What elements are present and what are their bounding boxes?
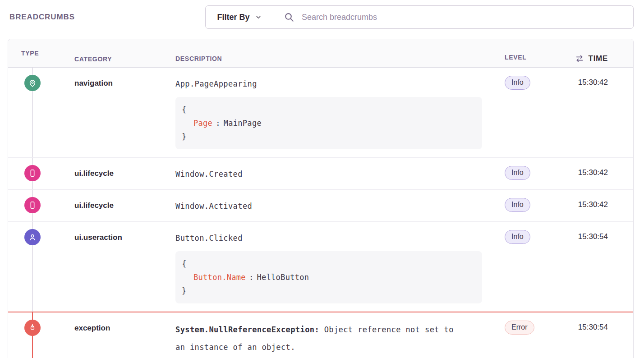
- time-value: 15:30:54: [578, 232, 608, 241]
- page-title: BREADCRUMBS: [9, 13, 75, 22]
- level-badge: Info: [505, 198, 530, 212]
- search-icon: [283, 11, 295, 23]
- description-text: Window.Created: [175, 169, 497, 180]
- table-body: navigation App.PageAppearing { Page:Main…: [8, 68, 633, 358]
- breadcrumb-row[interactable]: ui.lifecycle Window.Created Info 15:30:4…: [8, 157, 633, 189]
- header-level: LEVEL: [497, 46, 574, 61]
- category-label: ui.useraction: [74, 233, 122, 242]
- description-text: System.NullReferenceException: Object re…: [175, 321, 468, 356]
- code-open-brace: {: [182, 103, 478, 116]
- description-text: App.PageAppearing: [175, 78, 497, 90]
- code-close-brace: }: [182, 284, 478, 298]
- description-rest: Window.Activated: [175, 202, 252, 211]
- code-block: { Page:MainPage }: [175, 97, 482, 149]
- header-description: DESCRIPTION: [168, 44, 497, 62]
- category-label: ui.lifecycle: [74, 201, 114, 210]
- level-badge: Info: [505, 230, 530, 244]
- mobile-icon: [24, 197, 41, 213]
- search-input[interactable]: [301, 12, 625, 23]
- breadcrumbs-table: TYPE CATEGORY DESCRIPTION LEVEL TIME nav…: [8, 39, 634, 358]
- header-category: CATEGORY: [67, 44, 168, 63]
- breadcrumb-row[interactable]: exception System.NullReferenceException:…: [8, 312, 633, 358]
- table-header: TYPE CATEGORY DESCRIPTION LEVEL TIME: [8, 39, 633, 68]
- breadcrumb-row[interactable]: ui.lifecycle Window.Activated Info 15:30…: [8, 189, 633, 221]
- time-value: 15:30:54: [578, 323, 608, 331]
- sort-time-button[interactable]: [575, 54, 584, 64]
- code-open-brace: {: [182, 257, 478, 271]
- mobile-icon: [24, 165, 41, 181]
- description-text: Button.Clicked: [175, 233, 497, 244]
- topbar: BREADCRUMBS Filter By: [8, 0, 634, 29]
- search-box[interactable]: [274, 6, 633, 28]
- description-text: Window.Activated: [175, 201, 497, 212]
- description-rest: Window.Created: [175, 170, 243, 179]
- header-type: TYPE: [8, 50, 67, 57]
- description-bold: System.NullReferenceException:: [175, 325, 319, 334]
- filter-toolbar: Filter By: [205, 5, 634, 29]
- category-label: navigation: [74, 79, 113, 87]
- chevron-down-icon: [254, 13, 262, 21]
- breadcrumb-row[interactable]: navigation App.PageAppearing { Page:Main…: [8, 68, 633, 157]
- location-pin-icon: [24, 75, 41, 91]
- description-rest: Button.Clicked: [175, 234, 243, 243]
- level-badge: Error: [505, 321, 534, 335]
- breadcrumbs-panel: BREADCRUMBS Filter By TYPE CATEGORY DESC…: [0, 0, 644, 358]
- level-badge: Info: [505, 76, 530, 90]
- filter-by-button[interactable]: Filter By: [206, 6, 274, 28]
- code-value: MainPage: [224, 119, 262, 128]
- header-time: TIME: [574, 43, 633, 64]
- code-close-brace: }: [182, 130, 478, 143]
- description-rest: App.PageAppearing: [175, 79, 257, 88]
- code-key: Page: [193, 119, 212, 128]
- user-icon: [24, 229, 41, 245]
- category-label: exception: [74, 324, 110, 332]
- filter-by-label: Filter By: [217, 13, 249, 22]
- code-key: Button.Name: [193, 273, 246, 282]
- code-block: { Button.Name:HelloButton }: [175, 251, 482, 303]
- code-separator: :: [249, 273, 254, 282]
- code-value: HelloButton: [257, 273, 309, 282]
- breadcrumb-row[interactable]: ui.useraction Button.Clicked { Button.Na…: [8, 221, 633, 312]
- fire-icon: [24, 320, 41, 336]
- time-value: 15:30:42: [578, 78, 608, 87]
- code-separator: :: [216, 119, 221, 128]
- swap-arrows-icon: [575, 54, 584, 64]
- time-value: 15:30:42: [578, 168, 608, 177]
- category-label: ui.lifecycle: [74, 169, 114, 178]
- header-time-label: TIME: [589, 54, 608, 63]
- time-value: 15:30:42: [578, 200, 608, 209]
- level-badge: Info: [505, 166, 530, 180]
